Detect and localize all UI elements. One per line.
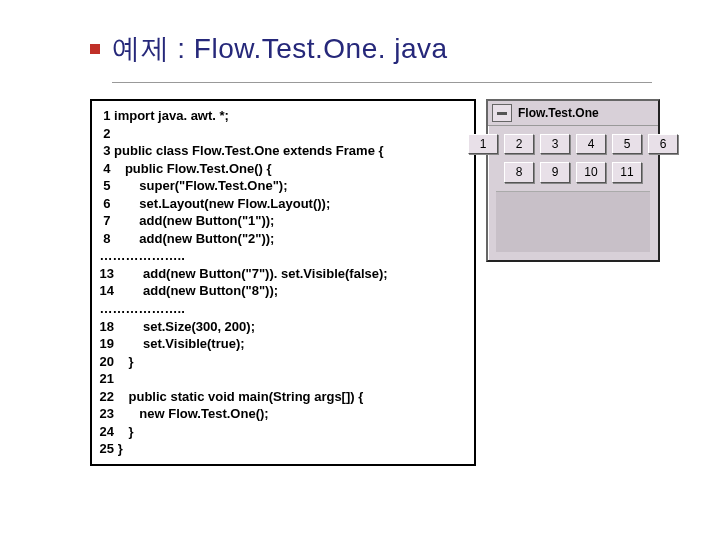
code-line: 21 [96,370,466,388]
code-line: ……………….. [96,300,466,318]
code-box: 1 import java. awt. *; 2 3 public class … [90,99,476,466]
code-line: 1 import java. awt. *; [96,107,466,125]
code-line: 22 public static void main(String args[]… [96,388,466,406]
title-bullet [90,44,100,54]
code-line: 5 super("Flow.Test.One"); [96,177,466,195]
code-line: ……………….. [96,247,466,265]
code-line: 2 [96,125,466,143]
button-4[interactable]: 4 [576,134,606,154]
code-line: 14 add(new Button("8")); [96,282,466,300]
button-row-1: 1 2 3 4 5 6 [496,134,650,154]
code-line: 3 public class Flow.Test.One extends Fra… [96,142,466,160]
button-3[interactable]: 3 [540,134,570,154]
window-lower-area [496,191,650,252]
sample-window: Flow.Test.One 1 2 3 4 5 6 8 9 10 11 [486,99,660,262]
button-9[interactable]: 9 [540,162,570,182]
code-line: 24 } [96,423,466,441]
button-10[interactable]: 10 [576,162,606,182]
code-line: 7 add(new Button("1")); [96,212,466,230]
code-line: 20 } [96,353,466,371]
button-2[interactable]: 2 [504,134,534,154]
title-underline [112,82,652,83]
button-6[interactable]: 6 [648,134,678,154]
code-line: 6 set.Layout(new Flow.Layout()); [96,195,466,213]
code-line: 19 set.Visible(true); [96,335,466,353]
window-client: 1 2 3 4 5 6 8 9 10 11 [488,125,658,260]
button-11[interactable]: 11 [612,162,642,182]
button-8[interactable]: 8 [504,162,534,182]
window-title: Flow.Test.One [518,106,599,120]
code-line: 13 add(new Button("7")). set.Visible(fal… [96,265,466,283]
code-line: 25 } [96,440,466,458]
system-menu-icon[interactable] [492,104,512,122]
button-row-2: 8 9 10 11 [496,162,650,182]
code-line: 8 add(new Button("2")); [96,230,466,248]
code-line: 23 new Flow.Test.One(); [96,405,466,423]
button-5[interactable]: 5 [612,134,642,154]
code-line: 4 public Flow.Test.One() { [96,160,466,178]
window-titlebar: Flow.Test.One [488,101,658,125]
button-1[interactable]: 1 [468,134,498,154]
code-line: 18 set.Size(300, 200); [96,318,466,336]
slide-title: 예제 : Flow.Test.One. java [112,30,448,68]
